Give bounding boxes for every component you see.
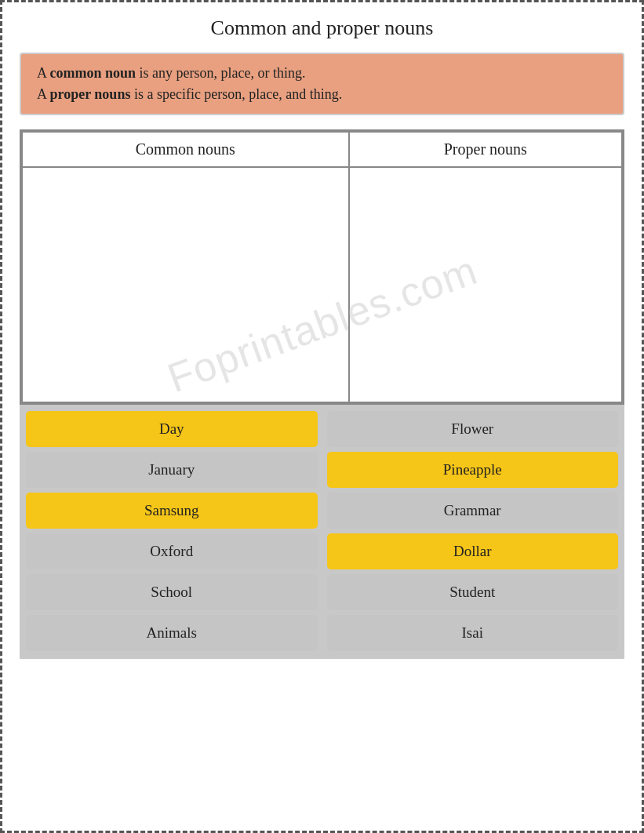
common-nouns-cell bbox=[22, 167, 349, 402]
left-word-column: DayJanuarySamsungOxfordSchoolAnimals bbox=[26, 411, 318, 651]
right-word-tag: Student bbox=[327, 574, 619, 610]
def2-post: is a specific person, place, and thing. bbox=[130, 86, 342, 102]
left-word-tag: Day bbox=[26, 411, 318, 447]
proper-nouns-cell bbox=[349, 167, 622, 402]
right-word-tag: Dollar bbox=[327, 533, 619, 569]
right-word-tag: Flower bbox=[327, 411, 619, 447]
left-word-tag: School bbox=[26, 574, 318, 610]
def1-post: is any person, place, or thing. bbox=[136, 65, 305, 81]
definition-line-2: A proper nouns is a specific person, pla… bbox=[37, 86, 607, 103]
left-word-tag: January bbox=[26, 452, 318, 488]
right-word-tag: Pineapple bbox=[327, 452, 619, 488]
left-word-tag: Animals bbox=[26, 615, 318, 651]
col-header-proper: Proper nouns bbox=[349, 132, 622, 167]
word-columns: DayJanuarySamsungOxfordSchoolAnimals Flo… bbox=[26, 411, 618, 651]
definition-line-1: A common noun is any person, place, or t… bbox=[37, 65, 607, 82]
right-word-tag: Isai bbox=[327, 615, 619, 651]
left-word-tag: Oxford bbox=[26, 533, 318, 569]
right-word-tag: Grammar bbox=[327, 493, 619, 529]
noun-table-section: Common nouns Proper nouns bbox=[20, 129, 624, 405]
def2-bold: proper nouns bbox=[50, 86, 131, 102]
right-word-column: FlowerPineappleGrammarDollarStudentIsai bbox=[327, 411, 619, 651]
bottom-word-section: DayJanuarySamsungOxfordSchoolAnimals Flo… bbox=[20, 405, 624, 659]
page: Common and proper nouns A common noun is… bbox=[0, 0, 644, 833]
definition-box: A common noun is any person, place, or t… bbox=[20, 53, 624, 115]
def2-pre: A bbox=[37, 86, 50, 102]
page-title: Common and proper nouns bbox=[20, 16, 624, 40]
def1-bold: common noun bbox=[50, 65, 136, 81]
def1-pre: A bbox=[37, 65, 50, 81]
noun-table: Common nouns Proper nouns bbox=[21, 131, 623, 403]
col-header-common: Common nouns bbox=[22, 132, 349, 167]
left-word-tag: Samsung bbox=[26, 493, 318, 529]
